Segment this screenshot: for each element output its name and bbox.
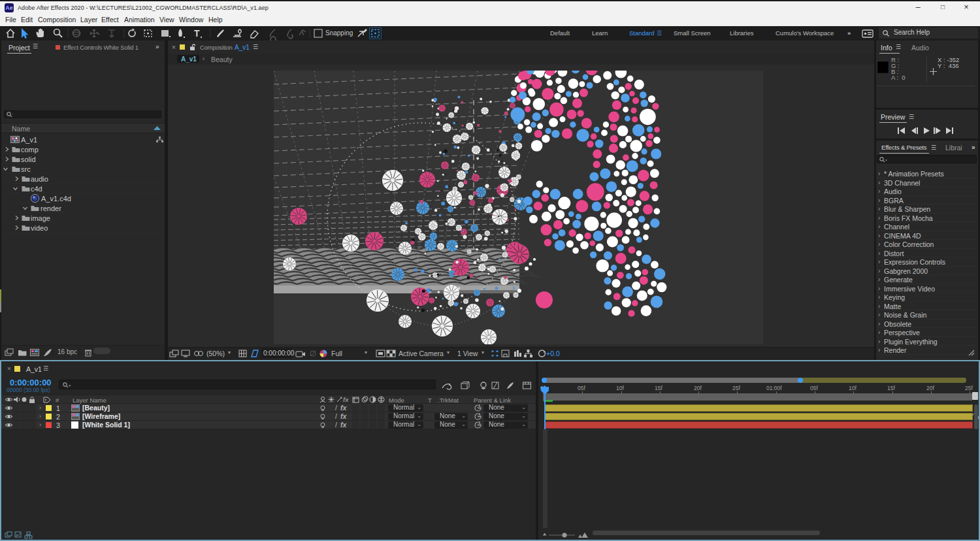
svg-text:T: T (194, 28, 200, 39)
